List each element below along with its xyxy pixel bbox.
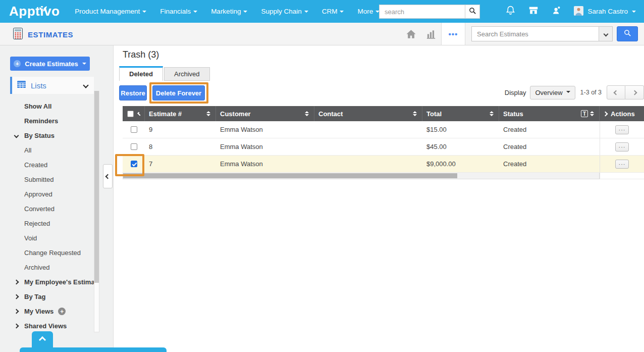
row-actions-button[interactable]: ··· [615, 142, 629, 152]
create-estimates-label: Create Estimates [25, 60, 78, 68]
sort-icon[interactable] [413, 111, 417, 116]
trash-heading: Trash (3) [123, 49, 159, 60]
chevron-right-icon [14, 294, 19, 299]
sort-icon[interactable] [206, 111, 210, 116]
global-search-button[interactable] [465, 5, 480, 19]
topnav-menu-marketing[interactable]: Marketing [211, 8, 247, 15]
sort-icon[interactable] [590, 111, 594, 116]
filter-icon[interactable]: T [581, 110, 588, 117]
page-title: ESTIMATES [28, 30, 73, 39]
estimates-search-input[interactable] [472, 27, 599, 41]
row-checkbox[interactable] [131, 126, 137, 133]
sidebar-item-label: By Status [24, 132, 55, 139]
horizontal-scrollbar-thumb[interactable] [123, 173, 457, 178]
sidebar-item-by-tag[interactable]: By Tag [0, 289, 94, 304]
row-checkbox[interactable] [131, 161, 137, 167]
scroll-to-top-button[interactable] [32, 331, 53, 352]
select-all-checkbox[interactable] [127, 111, 134, 117]
sidebar-item-label: Reminders [24, 117, 58, 125]
sort-icon[interactable] [490, 111, 494, 116]
sidebar-item-submitted[interactable]: Submitted [0, 172, 94, 187]
avatar [574, 6, 583, 17]
sidebar-item-label: Archived [24, 264, 50, 271]
chevron-left-icon [105, 174, 111, 179]
reports-chart-icon[interactable] [421, 28, 441, 40]
home-icon[interactable] [401, 28, 421, 40]
horizontal-scrollbar[interactable] [123, 173, 600, 179]
notifications-bell-icon[interactable] [505, 5, 516, 18]
restore-button[interactable]: Restore [119, 85, 147, 100]
row-actions-button[interactable]: ··· [615, 125, 629, 134]
display-view-dropdown[interactable]: Overview [530, 86, 575, 99]
chevron-down-icon [193, 11, 197, 15]
header-total[interactable]: Total [422, 106, 499, 121]
lists-label: Lists [31, 81, 46, 90]
chevron-left-icon [614, 90, 619, 95]
search-scope-dropdown[interactable] [599, 27, 612, 41]
delete-forever-button[interactable]: Delete Forever [152, 85, 205, 100]
cell-status: Created [499, 126, 600, 133]
row-actions-button[interactable]: ··· [615, 160, 629, 169]
menu-label: Product Management [75, 8, 140, 15]
topnav-menu-more[interactable]: More [357, 8, 380, 15]
sidebar-item-created[interactable]: Created [0, 158, 94, 172]
add-view-plus-icon[interactable]: + [58, 308, 66, 315]
sidebar-item-void[interactable]: Void [0, 231, 94, 245]
cell-status: Created [499, 160, 600, 168]
sort-icon[interactable] [305, 111, 309, 116]
header-status[interactable]: Status T [499, 106, 600, 121]
header-customer[interactable]: Customer [216, 106, 314, 121]
sidebar-item-label: Rejected [24, 220, 50, 227]
sidebar-item-my-views[interactable]: My Views+ [0, 304, 94, 319]
table-row[interactable]: 8 Emma Watson $45.00 Created ··· [123, 138, 644, 156]
pagination-prev-button[interactable] [607, 85, 625, 99]
sidebar-item-label: Shared Views [24, 322, 67, 330]
chevron-right-icon [603, 111, 608, 116]
estimates-search-button[interactable] [617, 26, 638, 41]
tab-archived[interactable]: Archived [164, 67, 210, 81]
table-row[interactable]: 7 Emma Watson $9,000.00 Created ··· [123, 156, 644, 173]
referral-person-icon[interactable] [551, 5, 562, 18]
sidebar-item-my-employee-s-estimates[interactable]: My Employee's Estimates [0, 275, 94, 289]
pagination-next-button[interactable] [625, 85, 644, 99]
sidebar-collapse-handle[interactable] [103, 164, 113, 188]
sidebar-item-converted[interactable]: Converted [0, 202, 94, 216]
sidebar-item-change-requested[interactable]: Change Requested [0, 245, 94, 260]
header-actions[interactable]: Actions [600, 106, 644, 121]
row-checkbox[interactable] [131, 143, 137, 150]
table-scroll-row [123, 173, 644, 179]
sidebar-item-archived[interactable]: Archived [0, 260, 94, 275]
sidebar-item-label: All [24, 146, 31, 154]
sidebar-scrollbar-thumb[interactable] [94, 91, 99, 283]
sidebar-item-approved[interactable]: Approved [0, 187, 94, 202]
store-icon[interactable] [528, 5, 539, 18]
topnav-menu-crm[interactable]: CRM [322, 8, 344, 15]
more-options-button[interactable]: ••• [441, 23, 465, 45]
sidebar-item-show-all[interactable]: Show All [0, 99, 94, 114]
sidebar-item-reminders[interactable]: Reminders [0, 114, 94, 128]
topnav-menu-financials[interactable]: Financials [160, 8, 197, 15]
user-menu[interactable]: Sarah Castro [574, 6, 636, 17]
sidebar-item-label: By Tag [24, 293, 45, 300]
global-search-input[interactable] [379, 5, 465, 19]
menu-label: CRM [322, 8, 338, 15]
header-estimate[interactable]: Estimate # [145, 106, 216, 121]
sidebar-lists-header[interactable]: Lists [10, 77, 94, 94]
plus-circle-icon: + [14, 60, 21, 67]
chevron-down-icon [14, 133, 19, 138]
sidebar-item-all[interactable]: All [0, 143, 94, 158]
topnav-menu-supply-chain[interactable]: Supply Chain [261, 8, 308, 15]
table-row[interactable]: 9 Emma Watson $15.00 Created ··· [123, 121, 644, 138]
create-estimates-button[interactable]: + Create Estimates [10, 57, 90, 71]
sidebar-item-by-status[interactable]: By Status [0, 128, 94, 143]
header-contact[interactable]: Contact [314, 106, 422, 121]
tab-deleted[interactable]: Deleted [119, 66, 163, 81]
cell-customer: Emma Watson [216, 143, 314, 150]
sidebar-item-rejected[interactable]: Rejected [0, 216, 94, 231]
topnav-menu-product-management[interactable]: Product Management [75, 8, 146, 15]
row-actions-cell: ··· [600, 138, 644, 155]
apptivo-logo[interactable]: Apptivo [9, 4, 60, 19]
chevron-left-icon[interactable] [137, 112, 141, 116]
sidebar-item-label: My Employee's Estimates [24, 278, 94, 286]
header-actions-label: Actions [611, 110, 635, 118]
